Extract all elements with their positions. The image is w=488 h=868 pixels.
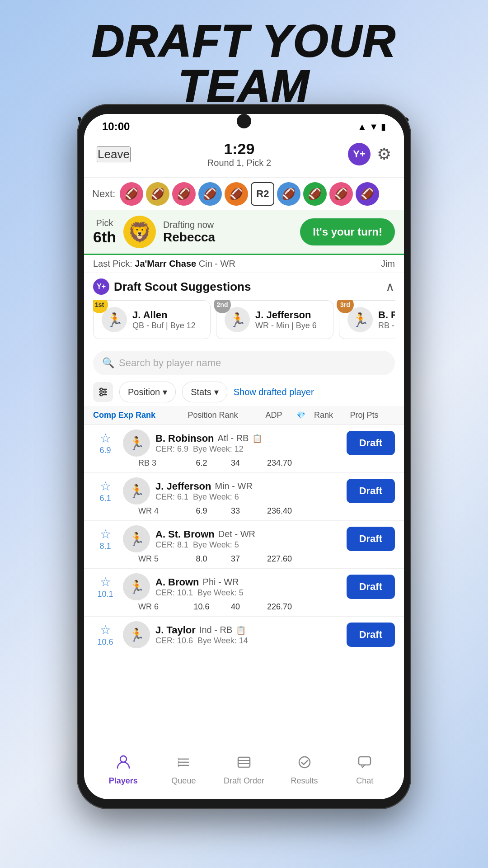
helmet-1[interactable]: 🏈 bbox=[120, 182, 143, 206]
col-header-comp: Comp Exp Rank bbox=[93, 410, 174, 420]
scout-section: Y+ Draft Scout Suggestions ∧ 1st 🏃 J. Al… bbox=[84, 273, 404, 344]
pick-num: 6th bbox=[93, 228, 116, 246]
leave-button[interactable]: Leave bbox=[97, 146, 131, 162]
status-time: 10:00 bbox=[102, 120, 130, 133]
nav-item-queue[interactable]: 1 2 3 Queue bbox=[154, 755, 214, 786]
last-pick-bar: Last Pick: Ja'Marr Chase Cin - WR Jim bbox=[84, 255, 404, 273]
star-icon-5[interactable]: ☆ bbox=[100, 623, 111, 637]
nav-item-chat[interactable]: Chat bbox=[334, 755, 395, 786]
show-drafted-toggle[interactable]: Show drafted player bbox=[234, 387, 314, 397]
cer-score-2: 6.1 bbox=[99, 494, 111, 503]
results-nav-icon bbox=[297, 755, 312, 774]
wifi-icon: ▼ bbox=[369, 122, 378, 132]
settings-icon[interactable]: ⚙ bbox=[377, 145, 391, 164]
helmet-4[interactable]: 🏈 bbox=[198, 182, 222, 206]
pos-rank-2: WR 4 bbox=[138, 506, 183, 516]
last-pick-user: Jim bbox=[381, 259, 395, 269]
phone-screen: 10:00 ▲ ▼ ▮ Leave 1:29 Round 1, Pick 2 Y… bbox=[84, 114, 404, 799]
signal-icon: ▲ bbox=[357, 122, 366, 132]
col-header-pos: Position Rank bbox=[174, 410, 251, 420]
player-cer-2: CER: 6.1 Bye Week: 6 bbox=[155, 492, 341, 502]
players-nav-label: Players bbox=[109, 776, 138, 786]
last-pick-label: Last Pick: bbox=[93, 259, 132, 269]
draft-order-nav-label: Draft Order bbox=[224, 776, 264, 786]
scout-card-3[interactable]: 3rd 🏃 B. R... RB - ... bbox=[339, 300, 395, 339]
nav-item-players[interactable]: Players bbox=[93, 755, 154, 786]
helmet-9[interactable]: 🏈 bbox=[356, 182, 379, 206]
search-placeholder: Search by player name bbox=[119, 357, 221, 369]
adp-3: 8.0 bbox=[183, 554, 220, 564]
scout-card-1[interactable]: 1st 🏃 J. Allen QB - Buf | Bye 12 bbox=[93, 300, 211, 339]
drafting-now-label: Drafting now bbox=[163, 220, 293, 230]
player-img-3: 🏃 bbox=[123, 525, 150, 552]
player-team-3: Det - WR bbox=[218, 529, 255, 539]
adp-2: 6.9 bbox=[183, 506, 220, 516]
sliders-icon bbox=[98, 387, 108, 397]
y-plus-badge[interactable]: Y+ bbox=[348, 143, 371, 165]
draft-button-5[interactable]: Draft bbox=[347, 623, 395, 647]
scout-card-2[interactable]: 2nd 🏃 J. Jefferson WR - Min | Bye 6 bbox=[216, 300, 333, 339]
search-area: 🔍 Search by player name Position bbox=[84, 344, 404, 406]
draft-button-2[interactable]: Draft bbox=[347, 479, 395, 503]
pos-rank-4: WR 6 bbox=[138, 602, 183, 612]
helmet-7[interactable]: 🏈 bbox=[303, 182, 327, 206]
rank-1: 34 bbox=[220, 458, 251, 468]
pos-rank-3: WR 5 bbox=[138, 554, 183, 564]
scout-player-name-1: J. Allen bbox=[132, 309, 196, 321]
bottom-nav: Players 1 2 3 Queue bbox=[84, 747, 404, 799]
player-img-5: 🏃 bbox=[123, 621, 150, 648]
your-turn-button[interactable]: It's your turn! bbox=[300, 218, 395, 245]
svg-text:1: 1 bbox=[178, 758, 179, 761]
star-icon-1[interactable]: ☆ bbox=[100, 431, 111, 446]
draft-button-1[interactable]: Draft bbox=[347, 431, 395, 455]
player-row-3: ☆ 8.1 🏃 A. St. Brown Det - WR CER: 8.1 B… bbox=[84, 521, 404, 569]
player-list: ☆ 6.9 🏃 B. Robinson Atl - RB 📋 CER: 6.9 … bbox=[84, 425, 404, 653]
scout-player-name-2: J. Jefferson bbox=[255, 309, 317, 321]
scout-collapse-icon[interactable]: ∧ bbox=[385, 279, 395, 294]
helmet-8[interactable]: 🏈 bbox=[329, 182, 353, 206]
position-filter[interactable]: Position ▾ bbox=[119, 382, 176, 402]
player-img-4: 🏃 bbox=[123, 573, 150, 600]
star-icon-2[interactable]: ☆ bbox=[100, 479, 111, 494]
svg-point-6 bbox=[120, 756, 127, 762]
draft-order-strip: Next: 🏈 🏈 🏈 🏈 🏈 R2 🏈 🏈 🏈 🏈 bbox=[84, 178, 404, 210]
helmet-2[interactable]: 🏈 bbox=[146, 182, 169, 206]
player-team-1: Atl - RB bbox=[218, 433, 249, 443]
svg-point-4 bbox=[104, 391, 106, 393]
draft-button-4[interactable]: Draft bbox=[347, 575, 395, 599]
last-pick-text: Last Pick: Ja'Marr Chase Cin - WR bbox=[93, 259, 235, 269]
player-row-5: ☆ 10.6 🏃 J. Taylor Ind - RB 📋 CER: 10.6 … bbox=[84, 617, 404, 653]
scout-player-name-3: B. R... bbox=[378, 309, 395, 321]
injury-icon-1: 📋 bbox=[252, 434, 262, 443]
player-info-5: J. Taylor Ind - RB 📋 CER: 10.6 Bye Week:… bbox=[155, 624, 341, 646]
scout-player-info-3: B. R... RB - ... bbox=[378, 309, 395, 330]
helmet-6[interactable]: 🏈 bbox=[277, 182, 300, 206]
player-name-3: A. St. Brown bbox=[155, 528, 215, 540]
search-box[interactable]: 🔍 Search by player name bbox=[93, 351, 395, 375]
svg-text:2: 2 bbox=[178, 761, 179, 764]
helmet-3[interactable]: 🏈 bbox=[172, 182, 196, 206]
player-row-2: ☆ 6.1 🏃 J. Jefferson Min - WR CER: 6.1 B… bbox=[84, 473, 404, 521]
timer-display: 1:29 bbox=[207, 140, 271, 158]
nav-item-draft-order[interactable]: Draft Order bbox=[214, 755, 274, 786]
star-icon-3[interactable]: ☆ bbox=[100, 527, 111, 542]
helmet-5[interactable]: 🏈 bbox=[225, 182, 248, 206]
scout-player-details-2: WR - Min | Bye 6 bbox=[255, 321, 317, 330]
phone-frame: 10:00 ▲ ▼ ▮ Leave 1:29 Round 1, Pick 2 Y… bbox=[77, 104, 411, 809]
draft-button-3[interactable]: Draft bbox=[347, 527, 395, 551]
filter-icon-button[interactable] bbox=[93, 382, 113, 402]
pts-1: 234.70 bbox=[251, 458, 292, 468]
pick-number: Pick 6th bbox=[93, 218, 116, 246]
player-info-2: J. Jefferson Min - WR CER: 6.1 Bye Week:… bbox=[155, 481, 341, 502]
camera-notch bbox=[237, 114, 251, 128]
player-team-4: Phi - WR bbox=[203, 577, 239, 587]
nav-item-results[interactable]: Results bbox=[274, 755, 335, 786]
scout-y-badge[interactable]: Y+ bbox=[93, 278, 109, 295]
cer-score-3: 8.1 bbox=[99, 542, 111, 551]
stats-filter[interactable]: Stats ▾ bbox=[182, 382, 227, 402]
star-icon-4[interactable]: ☆ bbox=[100, 575, 111, 590]
search-icon: 🔍 bbox=[102, 357, 114, 369]
scout-title: Draft Scout Suggestions bbox=[114, 280, 251, 294]
player-img-1: 🏃 bbox=[123, 429, 150, 457]
player-name-2: J. Jefferson bbox=[155, 481, 211, 492]
